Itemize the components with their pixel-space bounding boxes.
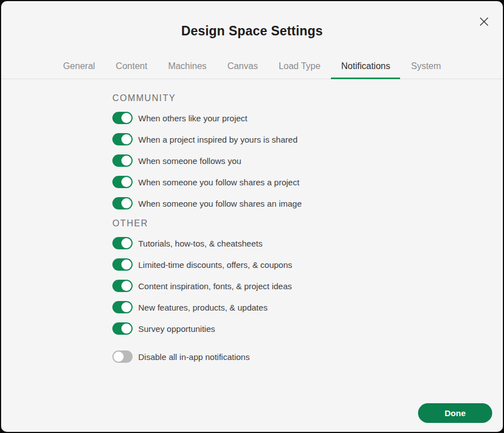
tab-load-type[interactable]: Load Type — [269, 56, 330, 79]
toggle-row: Content inspiration, fonts, & project id… — [112, 280, 503, 292]
toggle-knob — [121, 134, 131, 144]
toggle-switch[interactable] — [112, 301, 133, 313]
toggle-label: New features, products, & updates — [138, 303, 267, 312]
section-other: OTHER Tutorials, how-tos, & cheatsheets … — [112, 218, 503, 335]
toggle-switch[interactable] — [112, 237, 133, 249]
toggle-label: When someone you follow shares an image — [138, 199, 302, 208]
settings-tabs: General Content Machines Canvas Load Typ… — [1, 56, 503, 79]
toggle-row: Tutorials, how-tos, & cheatsheets — [112, 237, 503, 249]
toggle-switch[interactable] — [112, 197, 133, 209]
toggle-row: When someone you follow shares an image — [112, 197, 503, 209]
tab-content[interactable]: Content — [106, 56, 157, 79]
toggle-row: New features, products, & updates — [112, 301, 503, 313]
toggle-label: Content inspiration, fonts, & project id… — [138, 281, 292, 291]
toggle-switch[interactable] — [112, 154, 133, 167]
tab-general[interactable]: General — [53, 56, 105, 79]
dialog-title: Design Space Settings — [1, 1, 503, 39]
toggle-label: Survey opportunities — [138, 324, 215, 334]
done-button[interactable]: Done — [418, 403, 492, 423]
toggle-switch[interactable] — [112, 280, 133, 292]
toggle-label: When someone you follow shares a project — [138, 177, 299, 187]
toggle-row: When others like your project — [112, 112, 503, 124]
close-button[interactable] — [478, 16, 489, 27]
tab-notifications[interactable]: Notifications — [331, 56, 400, 79]
toggle-label: When a project inspired by yours is shar… — [138, 135, 297, 144]
disable-all-row: Disable all in-app notifications — [112, 350, 503, 363]
toggle-row: When someone you follow shares a project — [112, 176, 503, 188]
toggle-switch[interactable] — [112, 176, 133, 188]
design-space-settings-dialog: Design Space Settings General Content Ma… — [1, 1, 503, 432]
toggle-switch[interactable] — [112, 258, 133, 271]
notifications-panel: COMMUNITY When others like your project … — [1, 79, 503, 363]
toggle-label: When someone follows you — [138, 156, 241, 166]
toggle-knob — [121, 259, 131, 270]
toggle-row: Limited-time discounts, offers, & coupon… — [112, 258, 503, 271]
toggle-row: Survey opportunities — [112, 322, 503, 335]
toggle-knob — [121, 113, 131, 123]
toggle-label: Tutorials, how-tos, & cheatsheets — [138, 239, 262, 248]
toggle-knob — [121, 198, 131, 208]
tab-canvas[interactable]: Canvas — [217, 56, 268, 79]
toggle-label: Limited-time discounts, offers, & coupon… — [138, 260, 292, 270]
toggle-knob — [121, 302, 131, 312]
disable-all-toggle[interactable] — [112, 350, 133, 363]
section-heading-community: COMMUNITY — [112, 93, 503, 103]
toggle-switch[interactable] — [112, 322, 133, 335]
toggle-label: When others like your project — [138, 113, 247, 123]
toggle-knob — [113, 352, 124, 362]
toggle-row: When someone follows you — [112, 154, 503, 167]
toggle-row: When a project inspired by yours is shar… — [112, 133, 503, 145]
toggle-knob — [121, 156, 131, 166]
close-icon — [479, 17, 489, 26]
toggle-knob — [121, 177, 131, 187]
toggle-switch[interactable] — [112, 112, 133, 124]
toggle-knob — [121, 323, 131, 334]
toggle-label: Disable all in-app notifications — [138, 352, 249, 362]
tab-system[interactable]: System — [401, 56, 451, 79]
toggle-knob — [121, 238, 131, 248]
section-community: COMMUNITY When others like your project … — [112, 93, 503, 209]
tab-machines[interactable]: Machines — [158, 56, 216, 79]
section-heading-other: OTHER — [112, 218, 503, 229]
toggle-switch[interactable] — [112, 133, 133, 145]
toggle-knob — [121, 281, 131, 291]
